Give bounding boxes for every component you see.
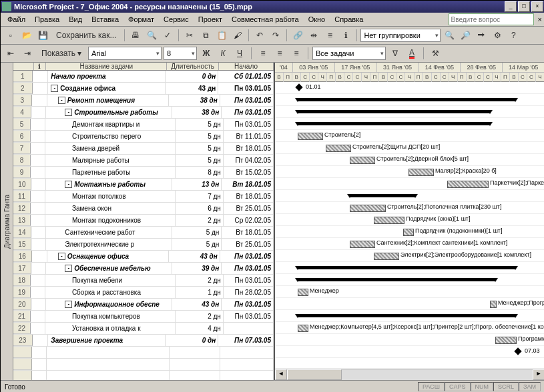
col-name[interactable]: Название задачи bbox=[46, 63, 167, 70]
table-row[interactable]: 13Монтаж подоконников2 днСр 02.02.05 bbox=[13, 215, 274, 227]
task-bar[interactable] bbox=[350, 205, 386, 212]
menu-view[interactable]: Вид bbox=[65, 14, 86, 25]
summary-bar[interactable] bbox=[298, 278, 495, 281]
wizard-icon[interactable]: ⚙ bbox=[490, 28, 505, 43]
table-row[interactable]: 4-Строительные работы38 днПн 03.01.05 bbox=[13, 107, 274, 119]
indent-icon[interactable]: ⇥ bbox=[20, 46, 35, 61]
align-right-icon[interactable]: ≡ bbox=[289, 46, 304, 61]
new-icon[interactable]: ▫ bbox=[3, 28, 18, 43]
collapse-toggle[interactable]: - bbox=[65, 301, 72, 308]
task-bar[interactable] bbox=[374, 253, 399, 260]
task-bar[interactable] bbox=[326, 145, 351, 152]
show-button[interactable]: Показать ▾ bbox=[37, 46, 86, 61]
menu-window[interactable]: Окно bbox=[304, 14, 330, 25]
table-row[interactable]: 22Установка и отладка к4 дн bbox=[13, 323, 274, 335]
summary-bar[interactable] bbox=[298, 110, 490, 113]
collapse-toggle[interactable]: - bbox=[65, 265, 72, 272]
table-row[interactable]: 1Начало проекта0 днСб 01.01.05 bbox=[13, 71, 274, 83]
table-row[interactable]: 11Монтаж потолков7 днВт 18.01.05 bbox=[13, 191, 274, 203]
split-icon[interactable]: ≡ bbox=[322, 28, 337, 43]
view-bar[interactable]: Диаграмма Ганта bbox=[1, 63, 13, 380]
cut-icon[interactable]: ✂ bbox=[182, 28, 197, 43]
collapse-toggle[interactable]: - bbox=[51, 85, 58, 92]
link-icon[interactable]: 🔗 bbox=[290, 28, 305, 43]
table-row[interactable]: 6Строительство перего5 днВт 11.01.05 bbox=[13, 131, 274, 143]
table-row[interactable]: 23Завершение проекта0 днПн 07.03.05 bbox=[13, 335, 274, 347]
collapse-toggle[interactable]: - bbox=[58, 253, 65, 260]
table-row[interactable]: 15Электротехнические р5 днВт 25.01.05 bbox=[13, 239, 274, 251]
table-row[interactable]: 3-Ремонт помещения38 днПн 03.01.05 bbox=[13, 95, 274, 107]
col-info[interactable]: ℹ bbox=[34, 63, 47, 70]
summary-bar[interactable] bbox=[298, 266, 515, 269]
copy-icon[interactable]: ⧉ bbox=[198, 28, 213, 43]
menu-edit[interactable]: Правка bbox=[31, 14, 63, 25]
goto-icon[interactable]: ⮕ bbox=[474, 28, 489, 43]
grouping-combo[interactable]: Нет группировки bbox=[360, 29, 441, 42]
collapse-toggle[interactable]: - bbox=[65, 109, 72, 116]
collapse-toggle[interactable]: - bbox=[65, 181, 72, 188]
underline-icon[interactable]: Ч bbox=[232, 46, 247, 61]
col-duration[interactable]: Длительность bbox=[167, 63, 219, 70]
table-row[interactable]: 5Демонтаж квартиры и5 днПн 03.01.05 bbox=[13, 119, 274, 131]
summary-bar[interactable] bbox=[298, 314, 515, 317]
task-bar[interactable] bbox=[374, 217, 404, 224]
outdent-icon[interactable]: ⇤ bbox=[3, 46, 18, 61]
table-row[interactable]: 7Замена дверей5 днВт 18.01.05 bbox=[13, 143, 274, 155]
menu-format[interactable]: Формат bbox=[124, 14, 158, 25]
close-button[interactable]: × bbox=[531, 1, 543, 12]
paste-icon[interactable]: 📋 bbox=[214, 28, 229, 43]
filter-combo[interactable]: Все задачи bbox=[312, 47, 386, 60]
maximize-button[interactable]: □ bbox=[518, 1, 530, 12]
save-icon[interactable]: 💾 bbox=[35, 28, 50, 43]
preview-icon[interactable]: 🔍 bbox=[144, 28, 159, 43]
table-row[interactable]: 17-Обеспечение мебелью39 днПн 03.01.05 bbox=[13, 263, 274, 275]
summary-bar[interactable] bbox=[298, 122, 490, 125]
table-row[interactable]: 12Замена окон6 днВт 25.01.05 bbox=[13, 203, 274, 215]
menu-insert[interactable]: Вставка bbox=[87, 14, 123, 25]
unlink-icon[interactable]: ⇹ bbox=[306, 28, 321, 43]
menu-tools[interactable]: Сервис bbox=[160, 14, 193, 25]
open-icon[interactable]: 📂 bbox=[19, 28, 34, 43]
gantt-hscroll[interactable]: ◄► bbox=[275, 369, 544, 380]
zoom-in-icon[interactable]: 🔍 bbox=[442, 28, 457, 43]
undo-icon[interactable]: ↶ bbox=[252, 28, 267, 43]
minimize-button[interactable]: _ bbox=[505, 1, 517, 12]
align-left-icon[interactable]: ≡ bbox=[256, 46, 270, 61]
task-bar[interactable] bbox=[298, 133, 323, 140]
menu-help[interactable]: Справка bbox=[330, 14, 367, 25]
bold-icon[interactable]: Ж bbox=[199, 46, 214, 61]
task-bar[interactable] bbox=[495, 337, 517, 344]
table-row[interactable]: 19Сборка и расстановка1 днПн 28.02.05 bbox=[13, 287, 274, 299]
italic-icon[interactable]: К bbox=[216, 46, 230, 61]
col-start[interactable]: Начало bbox=[219, 63, 274, 70]
autofilter-icon[interactable]: ∇ bbox=[388, 46, 402, 61]
milestone-icon[interactable] bbox=[295, 83, 302, 91]
print-icon[interactable]: 🖶 bbox=[128, 28, 143, 43]
info-icon[interactable]: ℹ bbox=[338, 28, 353, 43]
table-row[interactable]: 18Покупка мебели2 днПн 03.01.05 bbox=[13, 275, 274, 287]
task-bar[interactable] bbox=[298, 289, 308, 296]
doc-close-button[interactable]: × bbox=[538, 15, 542, 23]
fontsize-combo[interactable]: 8 bbox=[164, 47, 197, 60]
tools-icon[interactable]: ⚒ bbox=[428, 46, 443, 61]
task-bar[interactable] bbox=[350, 241, 375, 248]
help-icon[interactable]: ? bbox=[506, 28, 521, 43]
collapse-toggle[interactable]: - bbox=[58, 97, 65, 104]
summary-bar[interactable] bbox=[298, 98, 515, 101]
table-row[interactable]: 14Сантехнические работ5 днВт 18.01.05 bbox=[13, 227, 274, 239]
align-center-icon[interactable]: ≡ bbox=[272, 46, 287, 61]
format-painter-icon[interactable]: 🖌 bbox=[230, 28, 245, 43]
milestone-icon[interactable] bbox=[514, 347, 521, 355]
task-bar[interactable] bbox=[298, 325, 308, 332]
table-row[interactable]: 20-Информационное обеспе43 днПн 03.01.05 bbox=[13, 299, 274, 311]
menu-project[interactable]: Проект bbox=[194, 14, 226, 25]
col-rownum[interactable] bbox=[13, 63, 34, 70]
table-row[interactable]: 10-Монтажные работы13 днВт 18.01.05 bbox=[13, 179, 274, 191]
task-bar[interactable] bbox=[350, 157, 375, 164]
task-bar[interactable] bbox=[490, 301, 497, 308]
table-row[interactable]: 8Малярные работы5 днПт 04.02.05 bbox=[13, 155, 274, 167]
table-row[interactable]: 9Паркетные работы8 днВт 15.02.05 bbox=[13, 167, 274, 179]
table-row[interactable]: 21Покупка компьютеров2 днПн 03.01.05 bbox=[13, 311, 274, 323]
table-row[interactable]: 2-Создание офиса43 днПн 03.01.05 bbox=[13, 83, 274, 95]
zoom-out-icon[interactable]: 🔎 bbox=[458, 28, 473, 43]
